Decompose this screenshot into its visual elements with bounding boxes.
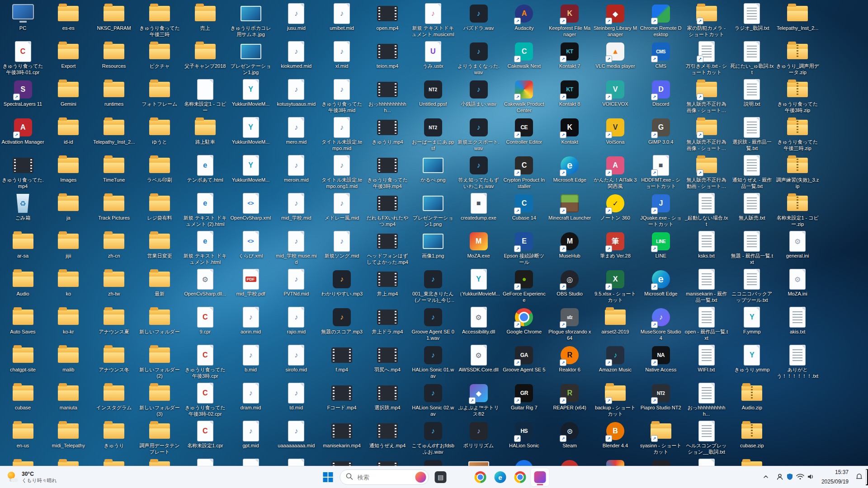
desktop-icon[interactable]: PC	[1, 3, 45, 32]
desktop-icon[interactable]: 新しいフォルダー (2)	[137, 344, 181, 380]
desktop-icon[interactable]: ko-kr	[47, 306, 90, 335]
taskbar-app-file-explorer[interactable]	[452, 468, 470, 486]
desktop-icon[interactable]: きゅうり食ってた午後3時.zip	[776, 79, 820, 114]
desktop-icon[interactable]: ♪パズドラ.wav	[457, 3, 500, 32]
desktop-icon[interactable]: ♪タイトル未設定.tempo.mid	[320, 117, 364, 152]
desktop-icon[interactable]: HS↗HALion Sonic	[502, 420, 546, 449]
desktop-icon[interactable]: だれもFXいれたやつ.mp4	[365, 192, 409, 228]
desktop-icon[interactable]: V↗VoiSona	[593, 117, 637, 145]
search-input[interactable]	[357, 474, 412, 481]
desktop-icon[interactable]: ♪sirofo.mid	[274, 344, 318, 373]
desktop-icon[interactable]: ♪HALion Sonic 02.wav	[411, 382, 455, 418]
desktop-icon[interactable]: 名称未設定1 - コピー	[183, 79, 227, 114]
desktop-icon[interactable]: Y（YukkuriMovieM...	[457, 268, 500, 297]
desktop-icon[interactable]: jijii	[47, 230, 90, 259]
desktop-icon[interactable]: フォトフレーム	[137, 79, 181, 108]
desktop-icon[interactable]: ↗家の防犯カメラ - ショートカット	[684, 3, 728, 38]
desktop-icon[interactable]: Yきゅうり.ymmp	[730, 344, 774, 373]
desktop-icon[interactable]: ♪mero.mid	[274, 117, 318, 145]
desktop-icon[interactable]: ⚙AWSSDK.Core.dll	[457, 344, 500, 373]
desktop-icon[interactable]: ✓↗ノートン 360	[593, 192, 637, 221]
desktop-icon[interactable]: ↗無人販売不正行為画像 - ショートカット	[684, 117, 728, 152]
taskbar-app-active-app[interactable]	[531, 468, 549, 486]
desktop-icon[interactable]: ♪umibet.mid	[320, 3, 364, 32]
desktop-icon[interactable]: ゆうと	[137, 117, 181, 145]
desktop-icon[interactable]: Resources	[92, 41, 136, 70]
desktop-icon[interactable]: C↗Crypton Product Installer	[502, 155, 546, 190]
desktop-icon[interactable]: ksks.txt	[684, 230, 728, 259]
desktop-icon[interactable]: ●↗GeForce Experience	[502, 268, 546, 304]
desktop-icon[interactable]: C↗Cakewalk Next	[502, 41, 546, 70]
desktop-icon[interactable]: ♪gpt.mid	[229, 420, 273, 449]
desktop-icon[interactable]: airset2-2019	[593, 306, 637, 335]
desktop-icon[interactable]: ♪タイトル未設定.tempo.ong1.mid	[320, 155, 364, 190]
desktop-icon[interactable]: ♪aorin.mid	[229, 306, 273, 335]
desktop-icon[interactable]: open - 親作品一覧.txt	[684, 306, 728, 342]
desktop-icon[interactable]: 説明.txt	[730, 79, 774, 108]
desktop-icon[interactable]: NT2Untitled.ppsf	[411, 79, 455, 108]
desktop-icon[interactable]: ♪Groove Agent SE 01.wav	[411, 306, 455, 342]
desktop-icon[interactable]: ♪mid_学校 muse.mid	[274, 230, 318, 266]
desktop-icon[interactable]: 路上駐車	[183, 117, 227, 145]
desktop-icon[interactable]: zh-tw	[92, 268, 136, 297]
desktop-icon[interactable]: Auto Saves	[1, 306, 45, 335]
desktop-icon[interactable]: K↗Keepforest File Manager	[548, 3, 592, 38]
desktop-icon[interactable]: CMS↗CMS	[639, 41, 683, 70]
desktop-icon[interactable]: ♻ごみ箱	[1, 192, 45, 221]
desktop-icon[interactable]: ♪新規 テキストドキュメント.musicxml	[411, 3, 455, 38]
desktop-icon[interactable]: ヘルスコンプレッション__歌詞.txt	[684, 420, 728, 455]
desktop-icon[interactable]: Images	[47, 155, 90, 183]
desktop-icon[interactable]: E↗Epson 接続診断ツール	[502, 230, 546, 266]
desktop-icon[interactable]: きゅうり食ってた午後三時.zip	[776, 117, 820, 152]
desktop-icon[interactable]: C9.cpr	[183, 306, 227, 335]
desktop-icon[interactable]: Telepathy_Inst_2...	[92, 117, 136, 145]
desktop-icon[interactable]: ♪答え知ってたもずいわこれ.wav	[457, 155, 500, 190]
desktop-icon[interactable]: MMoZA.exe	[457, 230, 500, 259]
desktop-icon[interactable]: e新規 テキスト ドキュメント (2).html	[183, 192, 227, 228]
desktop-icon[interactable]: CE↗Controller Editor	[502, 117, 546, 145]
desktop-icon[interactable]: 死にたい_ゅ歌詞.txt	[730, 41, 774, 76]
desktop-icon[interactable]: ja	[47, 192, 90, 221]
desktop-icon[interactable]: Audio	[1, 268, 45, 297]
desktop-icon[interactable]: ↗Google Chrome	[502, 306, 546, 335]
desktop-icon[interactable]: Track Pictures	[92, 192, 136, 221]
desktop-icon[interactable]: ♪jusu.mid	[274, 3, 318, 32]
desktop-icon[interactable]: YYukkuriMovieM...	[229, 79, 273, 108]
desktop-icon[interactable]: ♪uaaaaaaaaa.mid	[274, 420, 318, 449]
desktop-icon[interactable]: B↗Blender 4.4	[593, 420, 637, 449]
desktop-icon[interactable]: R↗Reaktor 6	[548, 344, 592, 373]
desktop-icon[interactable]: ♪よりうまくなった.wav	[457, 41, 500, 76]
desktop-icon[interactable]: ♪ポリリリズム	[457, 420, 500, 449]
desktop-icon[interactable]: ラベル印刷	[137, 155, 181, 183]
desktop-icon[interactable]: ♪きゅうり食ってた午後3時.mid	[320, 79, 364, 114]
notification-button[interactable]	[853, 469, 865, 485]
desktop-icon[interactable]: malib	[47, 344, 90, 373]
desktop-icon[interactable]: id-id	[47, 117, 90, 145]
desktop-icon[interactable]: ↗Chrome Remote Desktop	[639, 3, 683, 38]
desktop-icon[interactable]: ♪kiokumed.mid	[274, 41, 318, 70]
desktop-icon[interactable]: A↗Activation Manager	[1, 117, 45, 145]
desktop-icon[interactable]: manisekarin.mp4	[320, 420, 364, 449]
desktop-icon[interactable]: e新規 テキスト ドキュメント.html	[183, 230, 227, 266]
desktop-icon[interactable]: C名称未設定1.cpr	[183, 420, 227, 449]
desktop-icon[interactable]: ピクチャ	[137, 41, 181, 70]
desktop-icon[interactable]: A↗Audacity	[502, 3, 546, 32]
desktop-icon[interactable]: G↗GIMP 3.0.4	[639, 117, 683, 145]
desktop-icon[interactable]: 井上ドラ.mp4	[365, 306, 409, 335]
taskbar-app-microsoft-edge[interactable]	[491, 468, 509, 486]
desktop-icon[interactable]: ラジオ_歌詞.txt	[730, 3, 774, 32]
desktop-icon[interactable]: cubase	[1, 382, 45, 411]
desktop-icon[interactable]: 父子キャンプ2018	[183, 41, 227, 70]
desktop-icon[interactable]: eテンポあて.html	[183, 155, 227, 183]
desktop-icon[interactable]: 調声練習(失敗)_3.zip	[776, 155, 820, 190]
desktop-icon[interactable]: ヘッドフォンはずしてよかった.mp4	[365, 230, 409, 266]
desktop-icon[interactable]: YF.ymmp	[730, 306, 774, 335]
desktop-icon[interactable]: ko	[47, 268, 90, 297]
desktop-icon[interactable]: <>くらび.xml	[229, 230, 273, 259]
desktop-icon[interactable]: Cきゅうり食ってた午後3時-02.cpr	[183, 382, 227, 418]
desktop-icon[interactable]: ♪こてゅんdすおfdsbふお.wav	[411, 420, 455, 455]
desktop-icon[interactable]: M↗MuseHub	[548, 230, 592, 259]
desktop-icon[interactable]: GA↗Groove Agent SE 5	[502, 344, 546, 373]
desktop-icon[interactable]: ♪↗Amazon Music	[593, 344, 637, 373]
desktop-icon[interactable]: en-us	[1, 420, 45, 449]
